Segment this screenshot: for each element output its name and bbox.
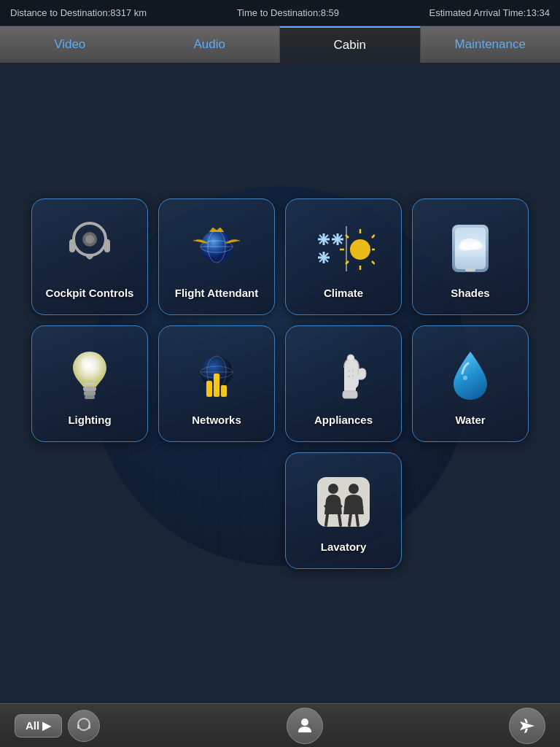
svg-line-30	[372, 235, 375, 238]
svg-rect-62	[77, 724, 79, 729]
appliances-icon	[311, 342, 376, 408]
networks-icon	[184, 342, 249, 408]
appliances-button[interactable]: Appliances	[285, 325, 402, 442]
airplane-icon	[517, 716, 537, 736]
all-button[interactable]: All ▶	[15, 714, 62, 738]
svg-rect-2	[104, 239, 110, 252]
lighting-button[interactable]: Lighting	[31, 325, 148, 442]
svg-point-51	[463, 376, 467, 380]
svg-point-64	[301, 719, 308, 726]
svg-rect-47	[206, 381, 212, 397]
water-label: Water	[455, 414, 485, 426]
svg-point-58	[349, 484, 359, 494]
lighting-label: Lighting	[68, 414, 111, 426]
svg-point-34	[459, 242, 472, 251]
svg-line-28	[372, 261, 375, 264]
svg-line-56	[326, 514, 327, 525]
svg-rect-36	[465, 268, 475, 271]
lavatory-label: Lavatory	[321, 541, 367, 553]
svg-point-53	[328, 484, 338, 494]
person-button[interactable]	[287, 708, 323, 744]
svg-rect-50	[343, 391, 357, 398]
cockpit-controls-label: Cockpit Controls	[46, 287, 134, 299]
time-status: Time to Destination:8:59	[237, 7, 339, 18]
svg-point-4	[85, 235, 94, 244]
appliances-label: Appliances	[314, 414, 373, 426]
lighting-icon	[57, 342, 122, 408]
shades-label: Shades	[451, 287, 489, 299]
climate-button[interactable]: Climate	[285, 198, 402, 315]
bottom-left-controls: All ▶	[15, 710, 100, 742]
svg-line-57	[339, 514, 341, 525]
flight-attendant-label: Flight Attendant	[175, 287, 258, 299]
svg-rect-38	[84, 391, 96, 395]
headphones-icon	[75, 717, 93, 735]
tab-bar: Video Audio Cabin Maintenance	[0, 26, 560, 64]
svg-line-59	[349, 514, 351, 525]
bottom-bar: All ▶	[0, 703, 560, 747]
svg-rect-39	[85, 395, 95, 399]
lavatory-icon	[311, 469, 376, 535]
distance-status: Distance to Destination:8317 km	[10, 7, 147, 18]
tab-cabin[interactable]: Cabin	[279, 26, 421, 63]
water-button[interactable]: Water	[412, 325, 529, 442]
airplane-button[interactable]	[509, 708, 545, 744]
svg-line-60	[357, 514, 358, 525]
svg-point-22	[350, 239, 370, 260]
flight-attendant-button[interactable]: Flight Attendant	[158, 198, 275, 315]
networks-label: Networks	[192, 414, 241, 426]
svg-rect-48	[214, 374, 219, 397]
status-bar: Distance to Destination:8317 km Time to …	[0, 0, 560, 26]
shades-icon	[438, 215, 503, 281]
flight-attendant-icon	[184, 215, 249, 281]
arrow-icon: ▶	[42, 719, 51, 732]
main-content: Cockpit Controls	[0, 64, 560, 703]
water-icon	[438, 342, 503, 408]
arrival-status: Estimated Arrival Time:13:34	[429, 7, 550, 18]
svg-rect-1	[69, 239, 75, 252]
climate-icon	[311, 215, 376, 281]
tab-maintenance[interactable]: Maintenance	[421, 26, 561, 63]
tab-video[interactable]: Video	[0, 26, 140, 63]
svg-rect-63	[88, 724, 90, 729]
headphones-button[interactable]	[68, 710, 100, 742]
cockpit-controls-icon	[57, 215, 122, 281]
lavatory-button[interactable]: Lavatory	[285, 452, 402, 569]
svg-point-61	[78, 719, 90, 730]
svg-rect-49	[221, 385, 227, 397]
tab-audio[interactable]: Audio	[140, 26, 280, 63]
shades-button[interactable]: Shades	[412, 198, 529, 315]
person-icon	[295, 716, 314, 735]
cockpit-controls-button[interactable]: Cockpit Controls	[31, 198, 148, 315]
climate-label: Climate	[324, 287, 363, 299]
svg-point-35	[471, 242, 483, 249]
networks-button[interactable]: Networks	[158, 325, 275, 442]
